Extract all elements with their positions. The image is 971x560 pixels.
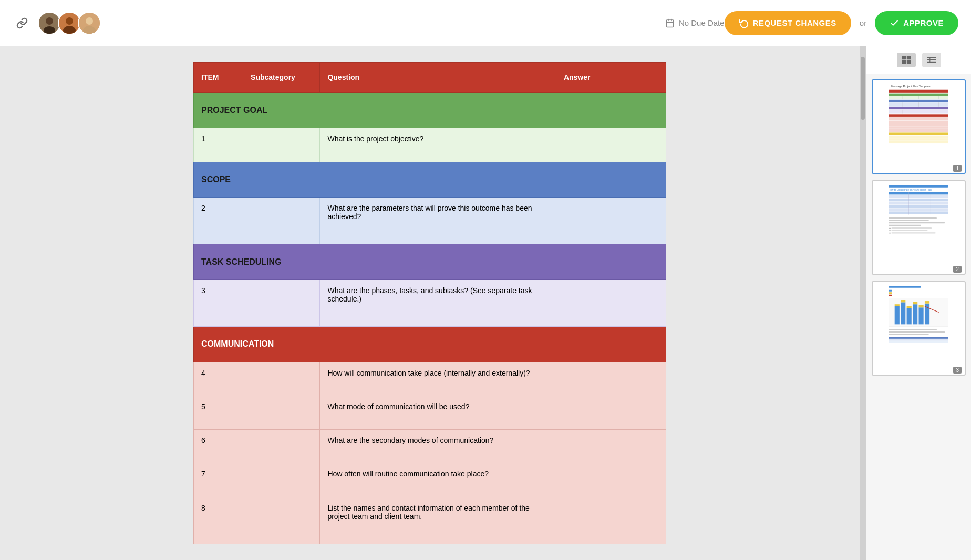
thumbnail-page-3[interactable]: 3: [872, 281, 966, 376]
thumbnail-frame-3: [872, 281, 966, 376]
row-answer: [556, 430, 666, 463]
svg-rect-22: [889, 90, 948, 93]
svg-rect-23: [889, 94, 948, 96]
section-label: COMMUNICATION: [194, 327, 666, 362]
avatar: [78, 12, 101, 35]
svg-rect-76: [907, 308, 912, 325]
table-row: 3 What are the phases, tasks, and subtas…: [194, 279, 666, 326]
row-question: What are the phases, tasks, and subtasks…: [320, 279, 556, 326]
svg-rect-49: [889, 195, 948, 198]
section-project-goal: PROJECT GOAL: [194, 92, 666, 128]
approve-label: APPROVE: [903, 18, 944, 27]
svg-point-7: [86, 17, 93, 25]
row-item: 2: [194, 198, 243, 244]
svg-rect-81: [919, 305, 924, 308]
approve-button[interactable]: APPROVE: [875, 11, 958, 35]
row-item: 6: [194, 430, 243, 463]
section-label: SCOPE: [194, 162, 666, 197]
request-changes-button[interactable]: REQUEST CHANGES: [725, 11, 851, 35]
sidebar: Firestage Project Plan Template: [866, 46, 971, 560]
header-item: ITEM: [194, 63, 243, 93]
section-label: PROJECT GOAL: [194, 92, 666, 128]
section-communication: COMMUNICATION: [194, 327, 666, 362]
scrollbar-thumb[interactable]: [861, 57, 865, 120]
table-row: 7 How often will routine communication t…: [194, 463, 666, 497]
svg-rect-16: [906, 60, 911, 64]
svg-point-4: [66, 17, 73, 25]
header-subcategory: Subcategory: [243, 63, 320, 93]
row-item: 7: [194, 463, 243, 497]
svg-rect-52: [889, 205, 948, 208]
svg-rect-80: [919, 307, 924, 324]
svg-rect-51: [889, 202, 948, 204]
row-item: 1: [194, 128, 243, 162]
svg-rect-88: [889, 337, 948, 339]
row-subcategory: [243, 463, 320, 497]
thumbnail-frame-2: How to Collaborate on Your Project Plan: [872, 180, 966, 275]
page-number-2: 2: [953, 266, 962, 273]
svg-rect-83: [925, 301, 929, 304]
svg-text:Firestage Project Plan Templat: Firestage Project Plan Template: [891, 85, 930, 88]
svg-rect-44: [889, 138, 948, 141]
toolbar-right: REQUEST CHANGES or APPROVE: [725, 11, 958, 35]
svg-rect-60: [889, 225, 921, 226]
svg-rect-34: [889, 110, 948, 114]
thumbnail-page-2[interactable]: How to Collaborate on Your Project Plan: [872, 180, 966, 275]
row-question: What is the project objective?: [320, 128, 556, 162]
calendar-icon: [665, 18, 675, 28]
section-label: TASK SCHEDULING: [194, 244, 666, 279]
section-scope: SCOPE: [194, 162, 666, 197]
svg-rect-85: [889, 329, 937, 330]
thumbnail-page-1[interactable]: Firestage Project Plan Template: [872, 79, 966, 174]
svg-rect-36: [889, 114, 948, 117]
svg-rect-87: [889, 334, 928, 335]
scrollbar-track: [860, 46, 866, 560]
svg-rect-54: [889, 211, 948, 214]
section-task-scheduling: TASK SCHEDULING: [194, 244, 666, 279]
table-row: 5 What mode of communication will be use…: [194, 396, 666, 429]
svg-rect-42: [889, 132, 948, 135]
svg-rect-57: [889, 217, 937, 219]
svg-rect-89: [889, 339, 948, 341]
svg-rect-66: [892, 232, 936, 233]
row-subcategory: [243, 497, 320, 544]
row-subcategory: [243, 362, 320, 396]
svg-rect-69: [889, 292, 892, 294]
row-subcategory: [243, 430, 320, 463]
row-answer: [556, 128, 666, 162]
svg-rect-13: [902, 56, 906, 59]
svg-rect-74: [901, 302, 905, 324]
svg-rect-46: [889, 185, 948, 188]
row-answer: [556, 198, 666, 244]
row-item: 5: [194, 396, 243, 429]
table-header-row: ITEM Subcategory Question Answer: [194, 63, 666, 93]
row-question: What are the secondary modes of communic…: [320, 430, 556, 463]
table-row: 8 List the names and contact information…: [194, 497, 666, 544]
row-subcategory: [243, 396, 320, 429]
svg-rect-37: [889, 117, 948, 120]
list-view-icon[interactable]: [922, 53, 941, 67]
svg-rect-9: [666, 20, 674, 27]
svg-point-1: [46, 17, 53, 25]
grid-view-icon[interactable]: [897, 53, 916, 67]
svg-rect-29: [889, 102, 948, 107]
row-answer: [556, 396, 666, 429]
svg-rect-39: [889, 123, 948, 126]
project-table: ITEM Subcategory Question Answer PROJECT…: [193, 62, 666, 544]
row-answer: [556, 497, 666, 544]
svg-rect-48: [889, 192, 948, 195]
svg-rect-15: [902, 60, 906, 64]
svg-rect-50: [889, 199, 948, 201]
svg-rect-70: [889, 295, 892, 296]
row-question: What mode of communication will be used?: [320, 396, 556, 429]
header-answer: Answer: [556, 63, 666, 93]
table-row: 6 What are the secondary modes of commun…: [194, 430, 666, 463]
svg-rect-14: [906, 56, 911, 59]
svg-rect-45: [889, 141, 948, 143]
svg-rect-41: [889, 129, 948, 132]
link-icon[interactable]: [13, 14, 32, 33]
doc-viewer[interactable]: ITEM Subcategory Question Answer PROJECT…: [0, 46, 860, 560]
toolbar: No Due Date REQUEST CHANGES or APPROVE: [0, 0, 971, 46]
thumbnail-frame-1: Firestage Project Plan Template: [872, 79, 966, 174]
row-subcategory: [243, 128, 320, 162]
